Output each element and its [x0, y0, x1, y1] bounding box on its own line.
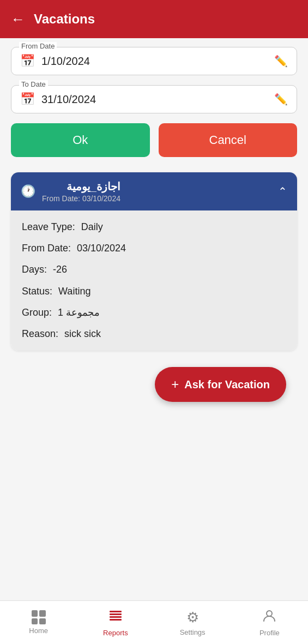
svg-rect-2 [110, 616, 122, 618]
leave-type-value: Daily [81, 221, 103, 232]
leave-type-label: Leave Type: [22, 221, 75, 232]
page-title: Vacations [34, 11, 95, 27]
from-date-value: 1/10/2024 [41, 55, 90, 68]
svg-rect-1 [110, 613, 122, 615]
app-header: ← Vacations [0, 0, 308, 38]
bottom-nav: Home Reports ⚙ Settings Profile [0, 600, 308, 644]
history-icon: 🕐 [21, 184, 35, 198]
to-date-value: 31/10/2024 [41, 93, 96, 106]
status-row: Status: Waiting [22, 285, 286, 298]
reason-label: Reason: [22, 328, 58, 339]
svg-rect-0 [110, 611, 122, 612]
vacation-title-block: اجازة_يومية From Date: 03/10/2024 [42, 180, 120, 203]
nav-item-profile[interactable]: Profile [231, 604, 308, 641]
card-from-date-label: From Date: [22, 243, 71, 254]
reports-icon [108, 609, 123, 627]
fab-plus-icon: + [171, 377, 179, 392]
ask-for-vacation-button[interactable]: + Ask for Vacation [155, 367, 286, 402]
leave-type-row: Leave Type: Daily [22, 220, 286, 234]
vacation-title: اجازة_يومية [42, 180, 120, 193]
cancel-button[interactable]: Cancel [159, 123, 298, 157]
reason-row: Reason: sick sick [22, 327, 286, 341]
action-buttons: Ok Cancel [11, 123, 297, 157]
to-date-edit-icon[interactable]: ✏️ [274, 93, 288, 106]
group-label: Group: [22, 307, 52, 318]
nav-profile-label: Profile [259, 629, 280, 637]
group-row: Group: مجموعة 1 [22, 306, 286, 320]
from-date-label: From Date [19, 42, 57, 50]
from-date-row-card: From Date: 03/10/2024 [22, 242, 286, 255]
chevron-up-icon: ⌃ [278, 185, 287, 198]
vacation-card-body: Leave Type: Daily From Date: 03/10/2024 … [11, 210, 297, 351]
days-value: -26 [53, 264, 67, 275]
fab-container: + Ask for Vacation [11, 367, 297, 402]
nav-item-reports[interactable]: Reports [77, 604, 154, 641]
vacation-subtitle: From Date: 03/10/2024 [42, 194, 120, 203]
fab-label: Ask for Vacation [184, 378, 270, 391]
to-date-left: 📅 31/10/2024 [20, 92, 96, 106]
card-from-date-value: 03/10/2024 [77, 243, 126, 254]
from-date-row: 📅 1/10/2024 ✏️ [20, 54, 288, 68]
status-label: Status: [22, 286, 52, 297]
vacation-card-header[interactable]: 🕐 اجازة_يومية From Date: 03/10/2024 ⌃ [11, 172, 297, 210]
from-date-left: 📅 1/10/2024 [20, 54, 90, 68]
nav-home-label: Home [29, 627, 48, 635]
ok-button[interactable]: Ok [11, 123, 150, 157]
to-date-field: To Date 📅 31/10/2024 ✏️ [11, 85, 297, 113]
days-label: Days: [22, 264, 47, 275]
reason-value: sick sick [64, 328, 101, 339]
nav-settings-label: Settings [180, 628, 206, 636]
nav-item-home[interactable]: Home [0, 606, 77, 639]
settings-icon: ⚙ [186, 609, 199, 626]
back-button[interactable]: ← [11, 11, 25, 28]
nav-reports-label: Reports [103, 629, 128, 637]
group-value: مجموعة 1 [58, 307, 100, 318]
svg-rect-3 [110, 619, 122, 621]
from-date-field: From Date 📅 1/10/2024 ✏️ [11, 47, 297, 75]
nav-item-settings[interactable]: ⚙ Settings [154, 605, 231, 641]
calendar-icon-to: 📅 [20, 92, 35, 106]
from-date-edit-icon[interactable]: ✏️ [274, 55, 288, 68]
to-date-label: To Date [19, 80, 48, 88]
days-row: Days: -26 [22, 263, 286, 276]
vacation-card: 🕐 اجازة_يومية From Date: 03/10/2024 ⌃ Le… [11, 172, 297, 351]
svg-point-4 [267, 611, 272, 616]
profile-icon [262, 609, 276, 627]
status-value: Waiting [58, 286, 90, 297]
calendar-icon-from: 📅 [20, 54, 35, 68]
home-icon [32, 610, 46, 624]
to-date-row: 📅 31/10/2024 ✏️ [20, 92, 288, 106]
main-content: From Date 📅 1/10/2024 ✏️ To Date 📅 31/10… [0, 38, 308, 600]
vacation-card-header-left: 🕐 اجازة_يومية From Date: 03/10/2024 [21, 180, 120, 203]
